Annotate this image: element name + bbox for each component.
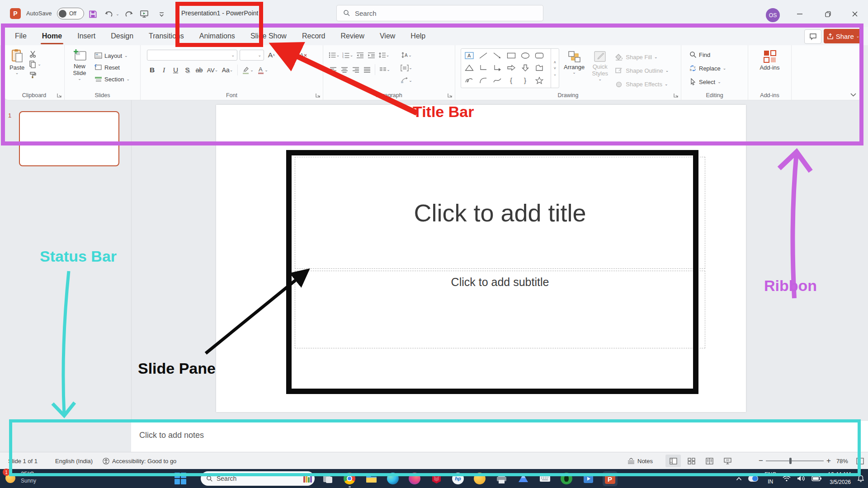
tab-transitions[interactable]: Transitions xyxy=(141,27,192,45)
find-button[interactable]: Find xyxy=(689,49,748,61)
grow-font-button[interactable]: A˄ xyxy=(266,50,277,61)
shape-fill-button[interactable]: Shape Fill⌄ xyxy=(615,51,669,63)
notification-bell-icon[interactable] xyxy=(857,475,864,482)
customize-quick-access-button[interactable] xyxy=(156,8,167,20)
slide-canvas[interactable]: Click to add title Click to add subtitle xyxy=(216,105,746,412)
layout-button[interactable]: Layout⌄ xyxy=(94,50,130,61)
select-button[interactable]: Select⌄ xyxy=(689,76,748,88)
shapes-gallery-scrollbar[interactable]: ˄ ˅ ⌄ xyxy=(551,49,559,88)
shape-oval[interactable] xyxy=(518,50,532,61)
shape-effects-button[interactable]: Shape Effects⌄ xyxy=(615,78,669,90)
shape-elbow-arrow-connector[interactable] xyxy=(490,62,504,74)
tab-animations[interactable]: Animations xyxy=(192,27,243,45)
panel-divider[interactable] xyxy=(131,100,132,420)
bold-button[interactable]: B xyxy=(147,65,157,75)
shape-elbow-connector[interactable] xyxy=(476,62,490,74)
zoom-in-button[interactable]: + xyxy=(824,456,834,465)
battery-icon[interactable] xyxy=(811,476,821,481)
search-box[interactable]: Search xyxy=(336,5,543,21)
clear-formatting-button[interactable]: A xyxy=(298,50,308,61)
notes-toggle-button[interactable]: Notes xyxy=(627,452,653,469)
taskbar-app-xbox[interactable] xyxy=(561,473,573,485)
taskbar-app-chrome[interactable] xyxy=(344,473,356,485)
format-painter-button[interactable] xyxy=(29,71,41,79)
numbering-button[interactable]: 123⌄ xyxy=(341,50,354,61)
fit-slide-button[interactable] xyxy=(856,452,864,469)
bullets-button[interactable]: ⌄ xyxy=(328,50,340,61)
justify-button[interactable] xyxy=(362,64,372,75)
font-name-combobox[interactable]: ⌄ xyxy=(147,50,237,61)
save-button[interactable] xyxy=(87,8,99,20)
teams-tray-icon[interactable] xyxy=(748,475,758,482)
shape-line[interactable] xyxy=(476,50,490,61)
tab-view[interactable]: View xyxy=(372,27,403,45)
shape-rounded-rectangle[interactable] xyxy=(532,50,546,61)
line-spacing-button[interactable]: ⌄ xyxy=(377,50,390,61)
taskbar-app-drive[interactable] xyxy=(517,473,529,485)
align-left-button[interactable] xyxy=(328,64,338,75)
addins-button[interactable]: Add-ins xyxy=(748,45,791,71)
align-center-button[interactable] xyxy=(339,64,349,75)
undo-button[interactable] xyxy=(103,8,115,20)
taskbar-app-movies[interactable] xyxy=(582,473,594,485)
collapse-ribbon-button[interactable] xyxy=(850,93,857,97)
section-button[interactable]: Section⌄ xyxy=(94,73,130,85)
tab-help[interactable]: Help xyxy=(403,27,433,45)
taskbar-clock[interactable]: 10:44 AM 3/5/2026 xyxy=(828,471,851,486)
wifi-icon[interactable] xyxy=(783,475,791,482)
clipboard-dialog-launcher[interactable] xyxy=(57,93,61,98)
text-direction-button[interactable]: A⌄ xyxy=(399,50,414,61)
autosave-toggle[interactable]: Off xyxy=(57,8,84,19)
shrink-font-button[interactable]: A˅ xyxy=(279,50,289,61)
share-button[interactable]: Share ⌄ xyxy=(824,29,863,43)
taskbar-app-amber[interactable] xyxy=(474,473,486,485)
shape-arc[interactable] xyxy=(476,75,490,86)
slide-show-button[interactable] xyxy=(720,455,735,467)
restore-button[interactable] xyxy=(819,6,836,22)
normal-view-button[interactable] xyxy=(665,455,681,467)
shape-text-box[interactable]: A xyxy=(462,50,476,61)
subtitle-placeholder[interactable]: Click to add subtitle xyxy=(295,271,705,348)
taskbar-app-mcafee[interactable] xyxy=(430,473,443,485)
zoom-out-button[interactable]: − xyxy=(756,456,766,465)
font-color-button[interactable]: A⌄ xyxy=(256,65,269,75)
strikethrough-button[interactable]: ab xyxy=(194,65,204,75)
redo-button[interactable] xyxy=(123,8,135,20)
increase-indent-button[interactable] xyxy=(366,50,377,61)
slide-sorter-view-button[interactable] xyxy=(684,455,699,467)
volume-icon[interactable] xyxy=(797,475,805,482)
tab-review[interactable]: Review xyxy=(333,27,372,45)
title-placeholder[interactable]: Click to add title xyxy=(295,157,705,269)
shape-star[interactable] xyxy=(532,75,546,86)
new-slide-button[interactable]: New Slide ⌄ xyxy=(69,49,90,85)
start-presentation-button[interactable] xyxy=(138,8,150,20)
tab-design[interactable]: Design xyxy=(103,27,141,45)
shape-arrow[interactable] xyxy=(490,50,504,61)
taskbar-app-firefox[interactable] xyxy=(409,473,421,485)
start-button[interactable] xyxy=(175,473,186,484)
undo-dropdown[interactable]: ⌄ xyxy=(115,8,120,20)
taskbar-app-printer[interactable] xyxy=(495,473,508,485)
replace-button[interactable]: bcReplace⌄ xyxy=(689,62,748,74)
account-avatar[interactable]: OS xyxy=(766,8,780,22)
taskbar-app-hp[interactable]: hp xyxy=(452,473,464,485)
convert-to-smartart-button[interactable]: ⌄ xyxy=(399,75,414,86)
minimize-button[interactable] xyxy=(791,6,808,22)
close-button[interactable] xyxy=(846,6,863,22)
taskbar-app-powerpoint-active[interactable]: P xyxy=(603,471,618,486)
zoom-level[interactable]: 78% xyxy=(834,458,848,465)
zoom-slider-thumb[interactable] xyxy=(789,458,792,464)
tab-slide-show[interactable]: Slide Show xyxy=(243,27,294,45)
shape-curve[interactable] xyxy=(490,75,504,86)
comments-button[interactable] xyxy=(804,29,821,44)
paste-button[interactable]: Paste ⌄ xyxy=(9,49,24,79)
shape-right-brace[interactable]: } xyxy=(518,75,532,86)
language-indicator[interactable]: English (India) xyxy=(55,452,93,469)
taskbar-weather-widget[interactable]: 1 25°C Sunny xyxy=(4,470,36,484)
reading-view-button[interactable] xyxy=(702,455,717,467)
shape-right-arrow[interactable] xyxy=(504,62,518,74)
tab-insert[interactable]: Insert xyxy=(70,27,103,45)
cut-button[interactable] xyxy=(29,50,41,58)
slide-thumbnail[interactable] xyxy=(19,111,119,166)
taskbar-search[interactable]: Search xyxy=(201,471,315,486)
